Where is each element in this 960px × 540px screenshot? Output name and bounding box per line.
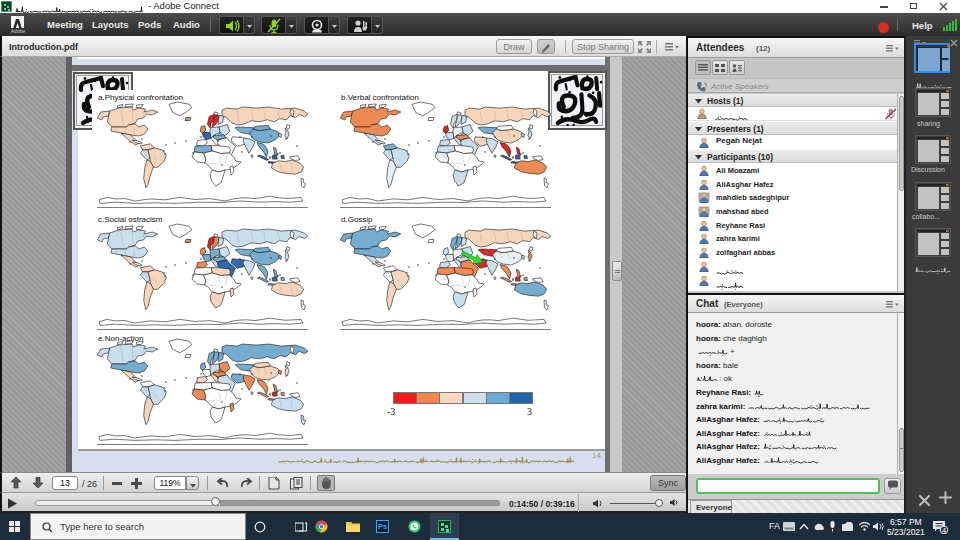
svg-text:4: 4 [942,526,946,534]
